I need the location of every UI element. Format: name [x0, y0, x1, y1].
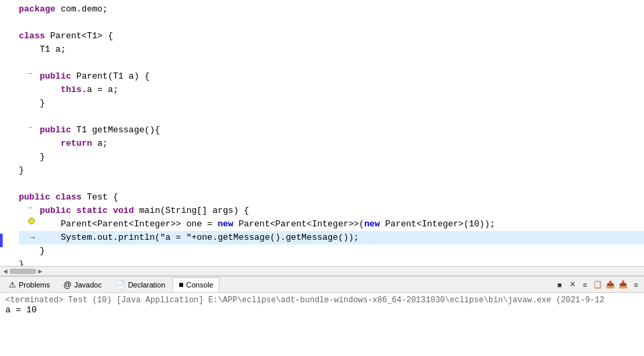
- code-line: public class Test {: [19, 191, 644, 204]
- import-button[interactable]: 📥: [618, 279, 629, 290]
- code-line: [19, 16, 644, 30]
- token: com.demo;: [56, 4, 108, 14]
- code-container[interactable]: package com.demo;class Parent<T1> { T1 a…: [0, 0, 644, 266]
- token: Parent<T1> {: [45, 31, 113, 41]
- token: Parent<Integer>(10));: [380, 219, 495, 229]
- bottom-panel: ⚠Problems@Javadoc📄Declaration■Console ■✕…: [0, 275, 644, 356]
- code-line: }: [19, 244, 644, 258]
- console-content[interactable]: <terminated> Test (10) [Java Application…: [0, 293, 644, 356]
- tab-console[interactable]: ■Console: [172, 277, 219, 292]
- terminate-button[interactable]: ✕: [567, 279, 578, 290]
- scroll-thumb[interactable]: [9, 269, 36, 274]
- token: public: [40, 206, 71, 216]
- horizontal-scrollbar[interactable]: ◀ ▶: [0, 266, 644, 275]
- line-content: public Parent(T1 a) {: [19, 70, 644, 83]
- collapse-icon[interactable]: −: [25, 70, 35, 79]
- token: Parent<Parent<Integer>>(: [233, 219, 364, 229]
- tab-label: Problems: [19, 281, 50, 289]
- line-content: Parent<Parent<Integer>> one = new Parent…: [19, 218, 644, 231]
- stop-button[interactable]: ■: [554, 279, 565, 290]
- token: }: [19, 152, 45, 162]
- line-gutter: [19, 218, 38, 224]
- execution-bar: [0, 234, 3, 247]
- tabs-container: ⚠Problems@Javadoc📄Declaration■Console: [3, 277, 221, 292]
- token: .println("a = "+one.getMessage().getMess…: [113, 232, 359, 242]
- tab-icon: ■: [178, 280, 183, 290]
- tabs-bar: ⚠Problems@Javadoc📄Declaration■Console ■✕…: [0, 277, 644, 293]
- token: Test {: [82, 192, 119, 202]
- code-line: this.a = a;: [19, 83, 644, 97]
- code-line: T1 a;: [19, 43, 644, 56]
- code-line: → System.out.println("a = "+one.getMessa…: [19, 231, 644, 244]
- line-content: }: [19, 150, 644, 164]
- line-content: class Parent<T1> {: [19, 30, 644, 43]
- tab-problems[interactable]: ⚠Problems: [3, 277, 56, 292]
- token: class: [56, 192, 82, 202]
- line-content: package com.demo;: [19, 3, 644, 16]
- code-line: − public T1 getMessage(){: [19, 124, 644, 137]
- code-line: [19, 177, 644, 191]
- line-gutter: −: [19, 70, 38, 79]
- line-content: System.out.println("a = "+one.getMessage…: [19, 231, 644, 244]
- menu-button[interactable]: ≡: [580, 279, 590, 290]
- token: .a = a;: [82, 85, 119, 95]
- line-content: }: [19, 164, 644, 177]
- token: public: [40, 71, 71, 81]
- token: Parent<Parent<Integer>> one =: [19, 219, 217, 229]
- tab-icon: ⚠: [9, 280, 16, 290]
- line-content: T1 a;: [19, 43, 644, 56]
- code-line: }: [19, 258, 644, 266]
- token: public: [19, 192, 50, 202]
- line-content: this.a = a;: [19, 83, 644, 97]
- line-content: public static void main(String[] args) {: [19, 204, 644, 218]
- token: T1 getMessage(){: [71, 125, 160, 135]
- copy-button[interactable]: 📋: [592, 279, 603, 290]
- scroll-left-arrow[interactable]: ◀: [1, 267, 9, 275]
- tab-label: Javadoc: [74, 281, 102, 289]
- code-line: package com.demo;: [19, 3, 644, 16]
- line-gutter: →: [19, 231, 38, 244]
- token: this: [60, 85, 81, 95]
- breakpoint-dot[interactable]: [28, 218, 35, 224]
- code-lines: package com.demo;class Parent<T1> { T1 a…: [0, 3, 644, 266]
- token: new: [364, 219, 380, 229]
- export-button[interactable]: 📤: [605, 279, 616, 290]
- tab-declaration[interactable]: 📄Declaration: [109, 277, 172, 292]
- line-content: public T1 getMessage(){: [19, 124, 644, 137]
- code-line: }: [19, 150, 644, 164]
- token: [19, 138, 60, 148]
- console-terminated-line: <terminated> Test (10) [Java Application…: [5, 296, 639, 305]
- editor-area: package com.demo;class Parent<T1> { T1 a…: [0, 0, 644, 275]
- token: new: [217, 219, 233, 229]
- tab-javadoc[interactable]: @Javadoc: [57, 277, 107, 292]
- tab-icon: 📄: [115, 280, 125, 290]
- line-gutter: −: [19, 124, 38, 133]
- code-line: [19, 110, 644, 124]
- tab-label: Declaration: [128, 281, 166, 289]
- token: void: [113, 206, 133, 216]
- token: [19, 85, 60, 95]
- code-line: − public Parent(T1 a) {: [19, 70, 644, 83]
- tab-label: Console: [186, 281, 213, 289]
- code-line: return a;: [19, 137, 644, 150]
- token: class: [19, 31, 45, 41]
- token: package: [19, 4, 56, 14]
- token: }: [19, 246, 45, 256]
- line-content: public class Test {: [19, 191, 644, 204]
- scroll-right-arrow[interactable]: ▶: [36, 267, 44, 275]
- code-line: }: [19, 97, 644, 110]
- current-line-marker: →: [30, 231, 35, 244]
- token: Parent(T1 a) {: [71, 71, 150, 81]
- token: }: [19, 98, 45, 108]
- token: public: [40, 125, 71, 135]
- line-gutter: −: [19, 204, 38, 214]
- code-line: − public static void main(String[] args)…: [19, 204, 644, 218]
- token: return: [60, 138, 92, 148]
- console-output-line: a = 10: [5, 305, 639, 315]
- line-content: }: [19, 97, 644, 110]
- collapse-icon[interactable]: −: [25, 204, 35, 214]
- options-button[interactable]: ≡: [631, 279, 641, 290]
- token: main(String[] args) {: [134, 206, 250, 216]
- code-line: class Parent<T1> {: [19, 30, 644, 43]
- collapse-icon[interactable]: −: [25, 124, 35, 133]
